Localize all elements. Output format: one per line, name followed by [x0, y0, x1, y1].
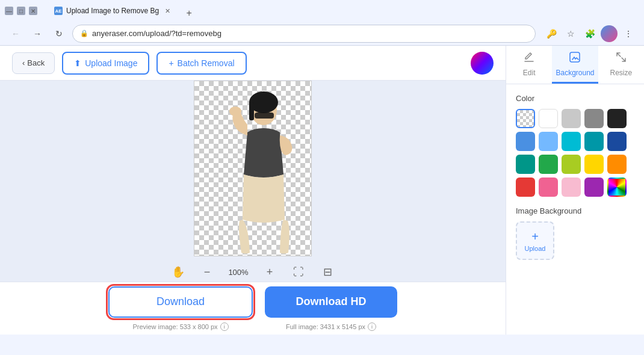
edit-icon	[523, 51, 535, 66]
plus-icon: +	[169, 58, 173, 68]
download-button[interactable]: Download	[108, 286, 253, 318]
color-swatch-pink-light[interactable]	[562, 177, 581, 197]
close-button[interactable]: ✕	[29, 7, 37, 15]
color-swatch-purple[interactable]	[584, 177, 604, 197]
browser-actions: 🔑 ☆ 🧩 ⋮	[543, 25, 637, 42]
tab-resize-label: Resize	[610, 69, 632, 77]
user-avatar-button[interactable]	[471, 52, 494, 75]
menu-icon[interactable]: ⋮	[620, 25, 637, 42]
color-swatch-blue-soft[interactable]	[539, 132, 558, 151]
tab-edit[interactable]: Edit	[506, 46, 552, 84]
image-background-section: Image Background + Upload	[516, 206, 634, 260]
extensions-icon[interactable]: 🧩	[581, 25, 598, 42]
color-swatch-light-gray[interactable]	[562, 109, 581, 128]
back-button[interactable]: ‹ Back	[12, 52, 55, 74]
back-nav-button[interactable]: ←	[7, 25, 24, 42]
color-swatch-pink-red[interactable]	[539, 177, 558, 197]
new-tab-button[interactable]: +	[182, 6, 196, 20]
forward-nav-button[interactable]: →	[29, 25, 46, 42]
color-swatch-orange[interactable]	[607, 155, 627, 174]
address-bar: ← → ↻ 🔒 anyeraser.com/upload/?td=removeb…	[0, 22, 644, 46]
profile-button[interactable]	[601, 25, 618, 42]
active-tab[interactable]: AE Upload Image to Remove Bg ✕	[47, 1, 179, 20]
background-icon	[569, 51, 581, 66]
full-info-icon: i	[368, 323, 376, 331]
upload-icon: ⬆	[74, 58, 81, 68]
tab-bar: AE Upload Image to Remove Bg ✕ +	[42, 1, 639, 20]
color-swatch-yellow[interactable]	[584, 155, 604, 174]
url-bar[interactable]: 🔒 anyeraser.com/upload/?td=removebg	[72, 25, 536, 43]
fullscreen-button[interactable]: ⛶	[289, 262, 308, 282]
image-canvas	[194, 81, 312, 256]
svg-point-4	[229, 106, 241, 116]
browser-chrome: — □ ✕ AE Upload Image to Remove Bg ✕ + ←…	[0, 0, 644, 46]
app-layout: ‹ Back ⬆ Upload Image + Batch Removal	[0, 46, 644, 335]
tab-edit-label: Edit	[523, 69, 536, 77]
minimize-button[interactable]: —	[5, 7, 13, 15]
back-chevron-icon: ‹	[22, 58, 25, 67]
color-swatch-teal-light[interactable]	[584, 132, 604, 151]
download-hd-label: Download HD	[296, 295, 367, 308]
tab-title: Upload Image to Remove Bg	[66, 7, 159, 15]
upload-label: Upload Image	[85, 58, 137, 68]
color-swatch-lime[interactable]	[562, 155, 581, 174]
tab-favicon: AE	[54, 7, 63, 15]
split-view-button[interactable]: ⊟	[318, 262, 337, 282]
bottom-bar: Download Preview image: 533 x 800 px i D…	[0, 282, 506, 335]
zoom-level: 100%	[226, 268, 250, 277]
image-bg-label: Image Background	[516, 206, 634, 215]
download-label: Download	[156, 295, 205, 308]
color-swatch-green[interactable]	[539, 155, 558, 174]
maximize-button[interactable]: □	[17, 7, 25, 15]
batch-label: Batch Removal	[178, 58, 235, 68]
canvas-controls: ✋ − 100% + ⛶ ⊟	[169, 262, 337, 282]
reload-button[interactable]: ↻	[51, 25, 67, 42]
color-swatch-black[interactable]	[607, 109, 627, 128]
full-text: Full image: 3431 x 5145 px	[286, 323, 365, 330]
svg-rect-3	[255, 113, 274, 119]
url-text: anyeraser.com/upload/?td=removebg	[92, 29, 221, 38]
canvas-area: ✋ − 100% + ⛶ ⊟	[0, 81, 506, 282]
zoom-out-button[interactable]: −	[197, 262, 217, 282]
tab-close-button[interactable]: ✕	[163, 6, 172, 16]
color-grid	[516, 109, 634, 197]
color-swatch-transparent[interactable]	[516, 109, 535, 128]
lock-icon: 🔒	[80, 29, 88, 37]
panel-tabs: Edit Background Resize	[506, 46, 644, 84]
preview-info-icon: i	[220, 323, 229, 331]
upload-bg-label: Upload	[525, 245, 546, 252]
preview-info: Preview image: 533 x 800 px i	[132, 323, 228, 331]
full-info: Full image: 3431 x 5145 px i	[286, 323, 376, 331]
title-bar: — □ ✕ AE Upload Image to Remove Bg ✕ +	[0, 0, 644, 22]
preview-text: Preview image: 533 x 800 px	[132, 323, 217, 330]
download-button-wrapper: Download	[108, 286, 253, 318]
upload-plus-icon: +	[531, 230, 539, 244]
download-hd-button[interactable]: Download HD	[265, 286, 397, 318]
zoom-in-button[interactable]: +	[260, 262, 279, 282]
color-swatch-gradient[interactable]	[607, 177, 627, 197]
color-swatch-navy[interactable]	[607, 132, 627, 151]
upload-background-button[interactable]: + Upload	[516, 221, 554, 260]
toolbar: ‹ Back ⬆ Upload Image + Batch Removal	[0, 46, 506, 81]
tab-background-label: Background	[556, 69, 594, 77]
person-image	[194, 81, 312, 256]
tab-resize[interactable]: Resize	[598, 46, 644, 84]
pan-tool-button[interactable]: ✋	[169, 262, 188, 282]
back-label: Back	[27, 58, 45, 67]
color-swatch-blue-light[interactable]	[516, 132, 535, 151]
upload-image-button[interactable]: ⬆ Upload Image	[62, 52, 149, 75]
window-controls: — □ ✕	[5, 7, 37, 15]
batch-removal-button[interactable]: + Batch Removal	[156, 52, 246, 75]
color-swatch-cyan[interactable]	[562, 132, 581, 151]
color-swatch-gray[interactable]	[584, 109, 604, 128]
right-panel: Edit Background Resize Color	[506, 46, 644, 335]
color-swatch-white[interactable]	[539, 109, 558, 128]
color-swatch-red[interactable]	[516, 177, 535, 197]
tab-background[interactable]: Background	[552, 46, 598, 84]
person-svg	[194, 81, 312, 256]
bookmark-icon[interactable]: ☆	[562, 25, 579, 42]
password-icon[interactable]: 🔑	[543, 25, 560, 42]
color-section-label: Color	[516, 94, 634, 103]
color-swatch-teal[interactable]	[516, 155, 535, 174]
main-area: ‹ Back ⬆ Upload Image + Batch Removal	[0, 46, 506, 335]
